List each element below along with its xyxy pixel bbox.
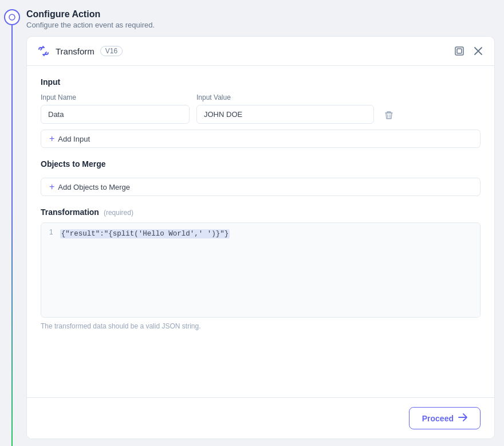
code-line-row: 1 {"result":"{split('Hello World',' ')}"… xyxy=(41,223,480,242)
input-value-group: Input Value xyxy=(196,93,374,124)
card-header-left: Transform V16 xyxy=(37,46,123,56)
objects-section-title: Objects to Merge xyxy=(41,159,481,169)
page-subtitle: Configure the action event as required. xyxy=(26,21,495,29)
transformation-required: (required) xyxy=(104,209,133,217)
card-header-right xyxy=(453,45,484,57)
page-header: Configure Action Configure the action ev… xyxy=(26,7,495,36)
input-value-label: Input Value xyxy=(196,93,374,101)
code-content: {"result":"{split('Hello World',' ')}"} xyxy=(60,228,472,238)
code-empty-area xyxy=(41,242,480,317)
add-objects-icon: + xyxy=(49,182,54,191)
configure-card: Transform V16 xyxy=(26,36,495,439)
transform-icon xyxy=(37,46,50,56)
add-input-label: Add Input xyxy=(58,135,90,143)
sidebar xyxy=(0,0,24,446)
input-name-label: Input Name xyxy=(41,93,190,101)
input-value-field[interactable] xyxy=(196,105,374,124)
add-input-button[interactable]: + Add Input xyxy=(41,130,481,148)
transformation-header: Transformation (required) xyxy=(41,208,481,217)
expand-button[interactable] xyxy=(453,45,466,57)
transformation-section: Transformation (required) 1 {"result":"{… xyxy=(41,208,481,330)
code-editor-block[interactable]: 1 {"result":"{split('Hello World',' ')}"… xyxy=(41,222,481,318)
page-title: Configure Action xyxy=(26,9,495,19)
step-icon xyxy=(4,9,20,25)
code-text: {"result":"{split('Hello World',' ')}"} xyxy=(60,229,230,238)
sidebar-line xyxy=(11,25,13,446)
add-objects-label: Add Objects to Merge xyxy=(58,183,130,191)
close-button[interactable] xyxy=(472,45,484,57)
add-input-icon: + xyxy=(49,134,54,143)
main-content: Configure Action Configure the action ev… xyxy=(24,0,504,446)
svg-rect-2 xyxy=(457,49,462,53)
card-header: Transform V16 xyxy=(27,37,494,66)
footer-note: The transformed data should be a valid J… xyxy=(41,322,481,330)
input-section: Input Input Name Input Value xyxy=(41,77,481,148)
input-name-group: Input Name xyxy=(41,93,190,124)
card-footer: Proceed xyxy=(27,397,494,439)
version-badge: V16 xyxy=(100,46,123,56)
add-objects-button[interactable]: + Add Objects to Merge xyxy=(41,178,481,196)
svg-rect-1 xyxy=(455,47,463,55)
proceed-button[interactable]: Proceed xyxy=(409,407,481,429)
delete-input-button[interactable] xyxy=(381,106,397,124)
card-body: Input Input Name Input Value xyxy=(27,66,494,397)
transform-label: Transform xyxy=(56,46,94,56)
input-name-field[interactable] xyxy=(41,105,190,124)
input-section-title: Input xyxy=(41,77,481,87)
line-number: 1 xyxy=(49,228,53,238)
svg-point-0 xyxy=(9,14,15,20)
transformation-title: Transformation xyxy=(41,208,99,217)
proceed-label: Proceed xyxy=(422,414,454,423)
objects-section: Objects to Merge + Add Objects to Merge xyxy=(41,159,481,196)
proceed-arrow-icon xyxy=(458,413,467,423)
